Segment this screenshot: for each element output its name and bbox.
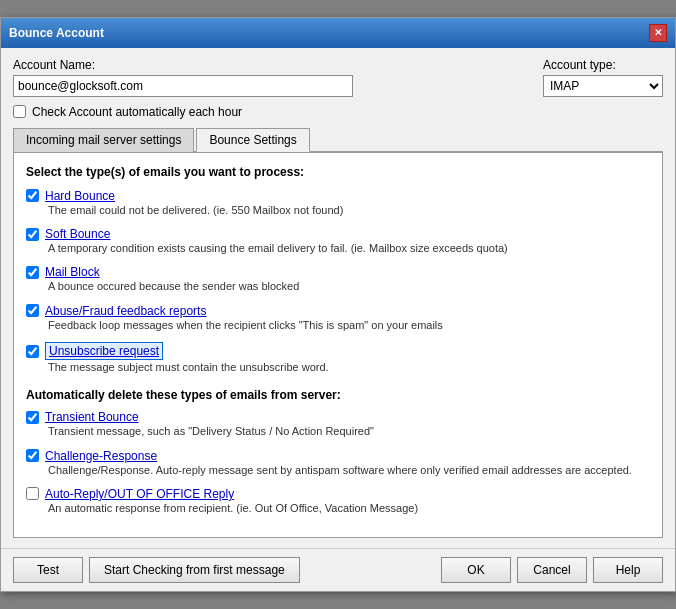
account-name-input[interactable] bbox=[13, 75, 353, 97]
account-name-label: Account Name: bbox=[13, 58, 523, 72]
dialog-body: Account Name: Account type: IMAP POP3 Ch… bbox=[1, 48, 675, 548]
email-type-soft-bounce: Soft Bounce A temporary condition exists… bbox=[26, 227, 650, 255]
footer-right-buttons: OK Cancel Help bbox=[441, 557, 663, 583]
bounce-account-dialog: Bounce Account ✕ Account Name: Account t… bbox=[0, 17, 676, 592]
mail-block-checkbox[interactable] bbox=[26, 266, 39, 279]
hard-bounce-desc: The email could not be delivered. (ie. 5… bbox=[48, 203, 650, 217]
tab-content-bounce: Select the type(s) of emails you want to… bbox=[13, 152, 663, 538]
title-bar: Bounce Account ✕ bbox=[1, 18, 675, 48]
close-button[interactable]: ✕ bbox=[649, 24, 667, 42]
soft-bounce-checkbox[interactable] bbox=[26, 228, 39, 241]
tabs-container: Incoming mail server settings Bounce Set… bbox=[13, 127, 663, 538]
auto-reply-checkbox[interactable] bbox=[26, 487, 39, 500]
dialog-title: Bounce Account bbox=[9, 26, 104, 40]
email-type-hard-bounce: Hard Bounce The email could not be deliv… bbox=[26, 189, 650, 217]
email-type-challenge-response: Challenge-Response Challenge/Response. A… bbox=[26, 449, 650, 477]
auto-reply-label[interactable]: Auto-Reply/OUT OF OFFICE Reply bbox=[45, 487, 234, 501]
email-type-auto-reply: Auto-Reply/OUT OF OFFICE Reply An automa… bbox=[26, 487, 650, 515]
abuse-fraud-desc: Feedback loop messages when the recipien… bbox=[48, 318, 650, 332]
hard-bounce-checkbox[interactable] bbox=[26, 189, 39, 202]
mail-block-label[interactable]: Mail Block bbox=[45, 265, 100, 279]
unsubscribe-label[interactable]: Unsubscribe request bbox=[45, 342, 163, 360]
cancel-button[interactable]: Cancel bbox=[517, 557, 587, 583]
tab-incoming[interactable]: Incoming mail server settings bbox=[13, 128, 194, 152]
mail-block-desc: A bounce occured because the sender was … bbox=[48, 279, 650, 293]
auto-delete-section: Automatically delete these types of emai… bbox=[26, 388, 650, 515]
account-form-row: Account Name: Account type: IMAP POP3 bbox=[13, 58, 663, 97]
tab-bounce-settings[interactable]: Bounce Settings bbox=[196, 128, 309, 152]
section-title: Select the type(s) of emails you want to… bbox=[26, 165, 650, 179]
dialog-footer: Test Start Checking from first message O… bbox=[1, 548, 675, 591]
soft-bounce-desc: A temporary condition exists causing the… bbox=[48, 241, 650, 255]
email-type-transient: Transient Bounce Transient message, such… bbox=[26, 410, 650, 438]
account-type-label: Account type: bbox=[543, 58, 663, 72]
account-type-group: Account type: IMAP POP3 bbox=[543, 58, 663, 97]
abuse-fraud-label[interactable]: Abuse/Fraud feedback reports bbox=[45, 304, 206, 318]
soft-bounce-label[interactable]: Soft Bounce bbox=[45, 227, 110, 241]
unsubscribe-desc: The message subject must contain the uns… bbox=[48, 360, 650, 374]
transient-bounce-desc: Transient message, such as "Delivery Sta… bbox=[48, 424, 650, 438]
check-auto-label[interactable]: Check Account automatically each hour bbox=[32, 105, 242, 119]
ok-button[interactable]: OK bbox=[441, 557, 511, 583]
auto-delete-title: Automatically delete these types of emai… bbox=[26, 388, 650, 402]
transient-bounce-label[interactable]: Transient Bounce bbox=[45, 410, 139, 424]
abuse-fraud-checkbox[interactable] bbox=[26, 304, 39, 317]
check-auto-checkbox[interactable] bbox=[13, 105, 26, 118]
hard-bounce-label[interactable]: Hard Bounce bbox=[45, 189, 115, 203]
account-type-select[interactable]: IMAP POP3 bbox=[543, 75, 663, 97]
account-name-group: Account Name: bbox=[13, 58, 523, 97]
auto-reply-desc: An automatic response from recipient. (i… bbox=[48, 501, 650, 515]
help-button[interactable]: Help bbox=[593, 557, 663, 583]
tabs: Incoming mail server settings Bounce Set… bbox=[13, 127, 663, 152]
unsubscribe-checkbox[interactable] bbox=[26, 345, 39, 358]
challenge-response-label[interactable]: Challenge-Response bbox=[45, 449, 157, 463]
email-type-unsubscribe: Unsubscribe request The message subject … bbox=[26, 342, 650, 374]
challenge-response-checkbox[interactable] bbox=[26, 449, 39, 462]
test-button[interactable]: Test bbox=[13, 557, 83, 583]
email-type-mail-block: Mail Block A bounce occured because the … bbox=[26, 265, 650, 293]
email-type-abuse-fraud: Abuse/Fraud feedback reports Feedback lo… bbox=[26, 304, 650, 332]
transient-bounce-checkbox[interactable] bbox=[26, 411, 39, 424]
start-checking-button[interactable]: Start Checking from first message bbox=[89, 557, 300, 583]
challenge-response-desc: Challenge/Response. Auto-reply message s… bbox=[48, 463, 650, 477]
footer-left-buttons: Test Start Checking from first message bbox=[13, 557, 300, 583]
check-auto-row: Check Account automatically each hour bbox=[13, 105, 663, 119]
